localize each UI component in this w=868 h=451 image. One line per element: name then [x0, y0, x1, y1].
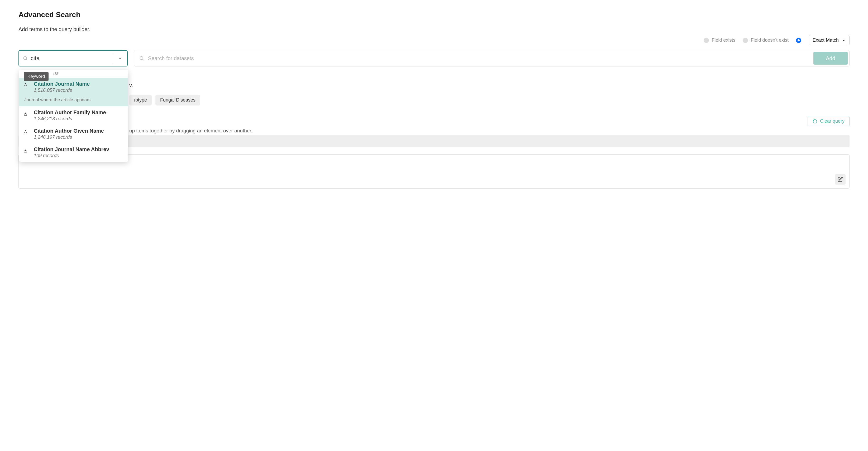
- radio-icon: [743, 38, 748, 43]
- field-dropdown-toggle[interactable]: [113, 51, 127, 66]
- keyword-tooltip: Keyword: [24, 72, 49, 81]
- radio-label: Field exists: [712, 37, 735, 43]
- field-type-text-icon: A: [24, 109, 30, 122]
- svg-point-2: [140, 57, 143, 60]
- search-icon: [139, 56, 144, 61]
- suggestion-description: Journal where the article appears.: [19, 96, 128, 106]
- clear-query-label: Clear query: [820, 119, 844, 124]
- field-search-combobox[interactable]: Keyword us A Citation Journal Name 1,516…: [19, 50, 128, 66]
- radio-icon: [704, 38, 709, 43]
- field-type-text-icon: A: [24, 147, 30, 159]
- radio-label: Field doesn't exist: [751, 37, 788, 43]
- chevron-down-icon: [842, 38, 845, 42]
- field-suggestions-dropdown: us A Citation Journal Name 1,516,057 rec…: [19, 70, 128, 162]
- dataset-search-input[interactable]: [148, 55, 807, 61]
- field-type-text-icon: A: [24, 128, 30, 140]
- suggestion-title: Citation Author Family Name: [34, 109, 123, 116]
- radio-icon-selected: [796, 38, 801, 43]
- page-subtitle: Add terms to the query builder.: [19, 26, 849, 32]
- svg-point-0: [24, 57, 27, 60]
- drag-hint-text: up items together by dragging an element…: [19, 128, 849, 134]
- search-icon: [23, 56, 28, 61]
- add-button[interactable]: Add: [813, 52, 848, 65]
- field-search-input[interactable]: [28, 55, 113, 62]
- example-chips-row: ıbtype Fungal Diseases: [19, 95, 849, 105]
- suggestion-title: Citation Journal Name: [34, 81, 123, 87]
- chevron-down-icon: [118, 56, 122, 60]
- suggestion-title: Citation Author Given Name: [34, 128, 123, 134]
- suggestion-item[interactable]: A Citation Journal Name Abbrev 109 recor…: [19, 143, 128, 162]
- page-title: Advanced Search: [19, 10, 849, 19]
- suggestion-records: 1,246,213 records: [34, 116, 123, 122]
- suggestion-records: 109 records: [34, 153, 123, 159]
- clear-query-button[interactable]: Clear query: [808, 116, 849, 126]
- query-drop-zone[interactable]: [19, 135, 849, 147]
- example-chip[interactable]: ıbtype: [129, 95, 152, 105]
- example-chip[interactable]: Fungal Diseases: [155, 95, 200, 105]
- dataset-search[interactable]: [134, 51, 812, 66]
- svg-line-3: [143, 59, 144, 60]
- match-mode-select[interactable]: Exact Match: [809, 35, 849, 45]
- undo-icon: [813, 119, 817, 124]
- radio-field-exists[interactable]: Field exists: [704, 37, 735, 43]
- suggestion-records: 1,246,197 records: [34, 134, 123, 140]
- suggestion-item[interactable]: A Citation Author Family Name 1,246,213 …: [19, 106, 128, 125]
- suggestion-title: Citation Journal Name Abbrev: [34, 147, 123, 153]
- edit-query-button[interactable]: [835, 174, 845, 185]
- radio-match-mode[interactable]: [796, 38, 801, 43]
- match-options-row: Field exists Field doesn't exist Exact M…: [19, 35, 849, 45]
- edit-icon: [838, 177, 843, 182]
- svg-line-1: [26, 59, 27, 60]
- query-panel: [19, 154, 849, 189]
- partial-text: v.: [19, 82, 849, 88]
- suggestion-item[interactable]: A Citation Author Given Name 1,246,197 r…: [19, 125, 128, 143]
- match-mode-label: Exact Match: [813, 37, 839, 43]
- radio-field-not-exists[interactable]: Field doesn't exist: [743, 37, 788, 43]
- field-type-text-icon: A: [24, 81, 30, 93]
- dataset-search-row: Add: [134, 50, 849, 66]
- suggestion-records: 1,516,057 records: [34, 88, 123, 93]
